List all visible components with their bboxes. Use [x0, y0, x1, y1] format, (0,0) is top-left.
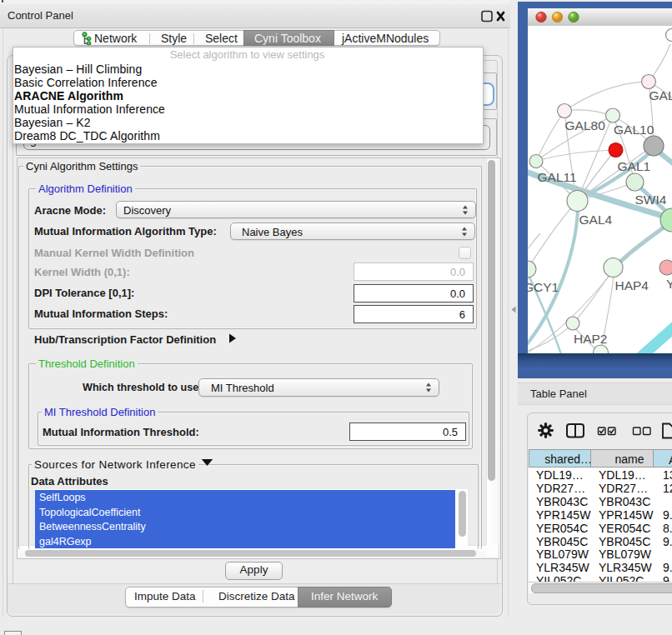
- svg-text:GCY1: GCY1: [528, 280, 559, 294]
- svg-text:GAL: GAL: [649, 88, 672, 102]
- svg-text:Y: Y: [666, 277, 672, 291]
- svg-text:GAL1: GAL1: [618, 159, 651, 173]
- svg-text:GAL10: GAL10: [614, 122, 654, 137]
- svg-text:SWI4: SWI4: [635, 192, 667, 207]
- svg-text:GAL11: GAL11: [538, 170, 577, 184]
- svg-text:GAL80: GAL80: [565, 118, 606, 132]
- svg-text:HAP2: HAP2: [574, 332, 608, 346]
- svg-text:GAL4: GAL4: [579, 212, 613, 227]
- svg-text:HAP4: HAP4: [615, 278, 649, 292]
